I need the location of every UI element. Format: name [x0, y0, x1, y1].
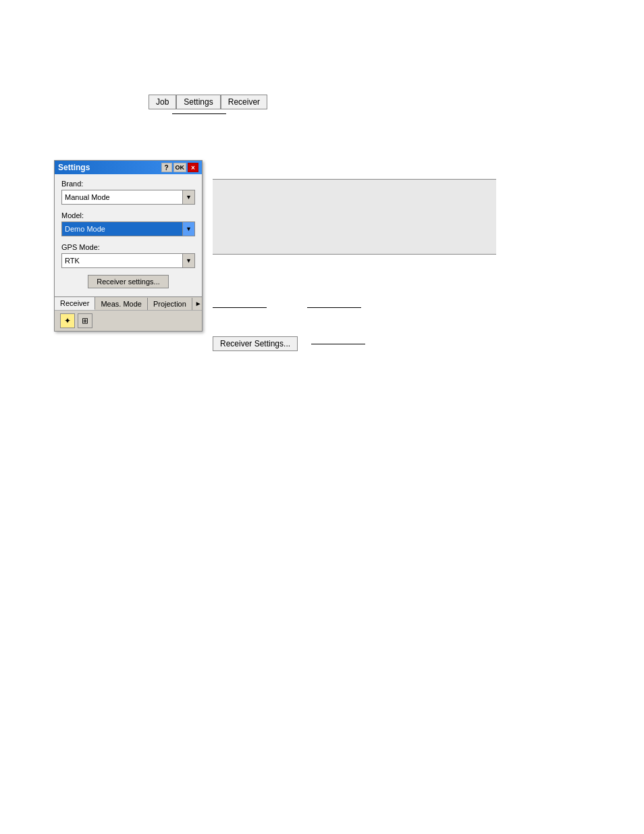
receiver-settings-dialog-button[interactable]: Receiver settings... — [88, 275, 169, 288]
dialog-titlebar: Settings ? OK × — [55, 161, 202, 174]
model-label: Model: — [61, 211, 195, 219]
gps-mode-select[interactable]: RTK ▼ — [61, 253, 195, 268]
model-dropdown-arrow[interactable]: ▼ — [182, 222, 194, 236]
dialog-icons: ✦ ⊞ — [55, 310, 202, 331]
right-panel — [213, 179, 496, 255]
dialog-help-button[interactable]: ? — [161, 163, 172, 172]
right-underline-2 — [307, 307, 361, 308]
receiver-nav-button[interactable]: Receiver — [221, 95, 267, 109]
brand-label: Brand: — [61, 180, 195, 188]
dialog-ok-button[interactable]: OK — [173, 163, 187, 172]
receiver-settings-bottom-button[interactable]: Receiver Settings... — [213, 336, 298, 351]
top-navigation: Job Settings Receiver — [149, 95, 267, 109]
gps-mode-value: RTK — [65, 257, 182, 265]
star-icon: ✦ — [64, 316, 71, 325]
right-panel-bottom — [213, 307, 361, 308]
gps-mode-dropdown-arrow[interactable]: ▼ — [182, 254, 194, 267]
model-select[interactable]: Demo Mode ▼ — [61, 221, 195, 236]
bottom-right-underline — [311, 344, 365, 344]
receiver-settings-bottom-area: Receiver Settings... — [213, 336, 365, 351]
dialog-tabs: Receiver Meas. Mode Projection ► — [55, 296, 202, 310]
brand-value: Manual Mode — [65, 193, 182, 201]
dialog-close-button[interactable]: × — [188, 163, 198, 172]
star-icon-box[interactable]: ✦ — [60, 313, 75, 328]
tab-meas-mode[interactable]: Meas. Mode — [95, 298, 148, 310]
tab-next-arrow[interactable]: ► — [192, 298, 205, 309]
brand-select[interactable]: Manual Mode ▼ — [61, 190, 195, 205]
dialog-title-buttons: ? OK × — [161, 163, 199, 172]
settings-nav-button[interactable]: Settings — [176, 95, 220, 109]
job-nav-button[interactable]: Job — [149, 95, 176, 109]
dialog-body: Brand: Manual Mode ▼ Model: Demo Mode ▼ … — [55, 174, 202, 296]
dialog-title: Settings — [58, 163, 90, 172]
brand-dropdown-arrow[interactable]: ▼ — [182, 190, 194, 204]
right-panel-content — [213, 180, 496, 254]
nav-underline — [172, 113, 226, 114]
tab-projection[interactable]: Projection — [148, 298, 192, 310]
right-underline-1 — [213, 307, 267, 308]
grid-icon: ⊞ — [82, 316, 88, 325]
gps-mode-label: GPS Mode: — [61, 243, 195, 251]
settings-dialog: Settings ? OK × Brand: Manual Mode ▼ Mod… — [54, 160, 203, 332]
tab-receiver[interactable]: Receiver — [55, 297, 95, 310]
grid-icon-box[interactable]: ⊞ — [78, 313, 92, 328]
right-panel-bottom-line — [213, 254, 496, 255]
model-value: Demo Mode — [65, 225, 182, 233]
